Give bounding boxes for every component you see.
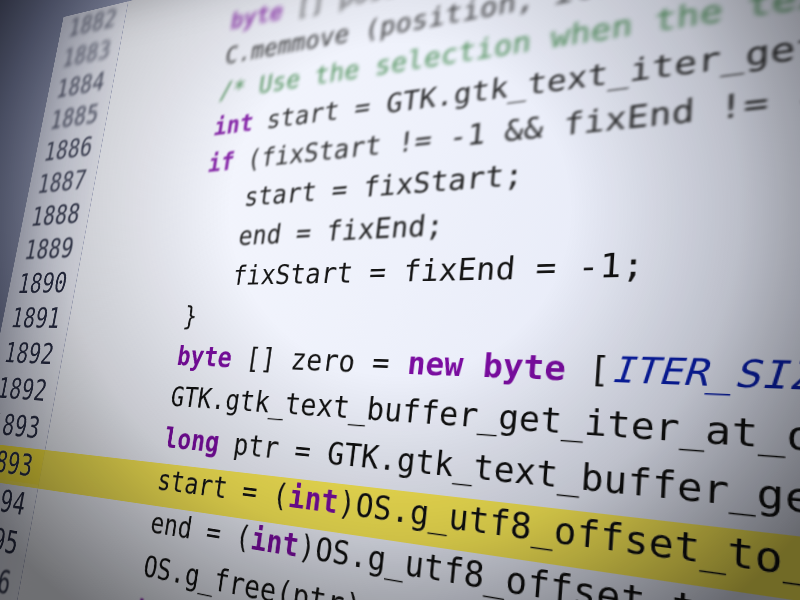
line-number: 1889 bbox=[14, 231, 86, 265]
code-text[interactable]: } bbox=[67, 301, 199, 331]
line-number: 1893 bbox=[0, 442, 45, 485]
line-number: 1888 bbox=[20, 197, 91, 233]
line-number: 1893 bbox=[0, 407, 52, 447]
photo-scene: 1882if (filter (SWT.Verify) && !filters … bbox=[0, 0, 800, 600]
editor-screen: 1882if (filter (SWT.Verify) && !filters … bbox=[0, 0, 800, 600]
line-number: 1890 bbox=[7, 266, 79, 299]
line-number: 1892 bbox=[0, 371, 59, 408]
code-editor[interactable]: 1882if (filter (SWT.Verify) && !filters … bbox=[0, 0, 800, 600]
line-number: 1891 bbox=[0, 302, 72, 335]
line-number: 1892 bbox=[0, 337, 66, 372]
